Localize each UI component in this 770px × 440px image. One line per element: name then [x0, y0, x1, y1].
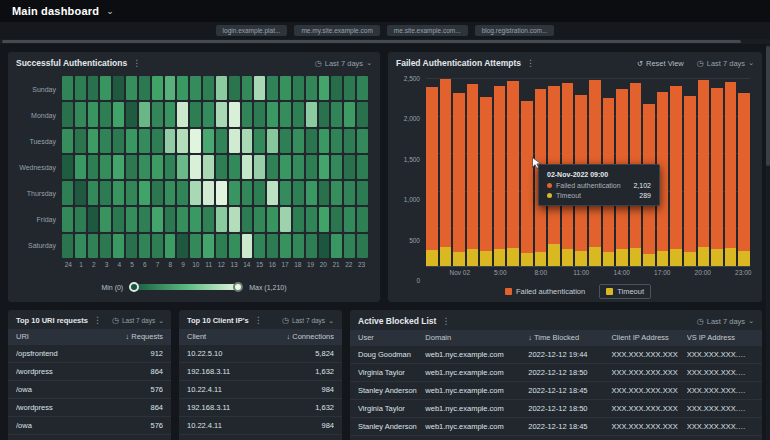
heatmap-cell[interactable]: [293, 129, 304, 153]
heatmap-cell[interactable]: [126, 234, 137, 258]
heatmap-cell[interactable]: [267, 129, 278, 153]
heatmap-cell[interactable]: [152, 102, 163, 126]
heatmap-cell[interactable]: [331, 155, 342, 179]
filter-chip[interactable]: login.example.plat...: [216, 25, 288, 36]
heatmap-cell[interactable]: [280, 207, 291, 231]
heatmap-cell[interactable]: [152, 207, 163, 231]
heatmap-cell[interactable]: [203, 155, 214, 179]
heatmap-cell[interactable]: [319, 155, 330, 179]
heatmap-cell[interactable]: [216, 129, 227, 153]
heatmap-cell[interactable]: [357, 181, 368, 205]
heatmap-cell[interactable]: [306, 207, 317, 231]
heatmap-cell[interactable]: [139, 181, 150, 205]
heatmap-cell[interactable]: [152, 181, 163, 205]
table-row[interactable]: /owa576: [8, 417, 171, 435]
heatmap-cell[interactable]: [62, 234, 73, 258]
stacked-bar[interactable]: [494, 86, 506, 266]
heatmap-cell[interactable]: [254, 155, 265, 179]
heatmap-cell[interactable]: [331, 102, 342, 126]
heatmap-cell[interactable]: [177, 102, 188, 126]
heatmap-cell[interactable]: [100, 129, 111, 153]
heatmap-cell[interactable]: [113, 207, 124, 231]
heatmap-cell[interactable]: [100, 207, 111, 231]
column-header[interactable]: VS IP Address: [687, 333, 754, 342]
heatmap-cell[interactable]: [216, 102, 227, 126]
heatmap-cell[interactable]: [254, 181, 265, 205]
heatmap-cell[interactable]: [190, 207, 201, 231]
heatmap-cell[interactable]: [126, 102, 137, 126]
heatmap-cell[interactable]: [152, 234, 163, 258]
heatmap-cell[interactable]: [331, 181, 342, 205]
heatmap-cell[interactable]: [203, 129, 214, 153]
heatmap-cell[interactable]: [62, 181, 73, 205]
heatmap-cell[interactable]: [344, 129, 355, 153]
dashboard-chevron-down-icon[interactable]: ⌄: [106, 6, 114, 16]
heatmap-cell[interactable]: [216, 234, 227, 258]
heatmap-cell[interactable]: [344, 155, 355, 179]
stacked-bar[interactable]: [684, 96, 696, 266]
heatmap-cell[interactable]: [267, 207, 278, 231]
table-row[interactable]: 10.22.5.105,824: [179, 345, 342, 363]
table-row[interactable]: Virginia Taylorweb1.nyc.example.com2022-…: [350, 400, 762, 418]
column-header[interactable]: ↓Time Blocked: [528, 333, 611, 342]
column-header[interactable]: Client IP Address: [611, 333, 686, 342]
reset-view-button[interactable]: ↺ Reset View: [637, 59, 684, 68]
heatmap-cell[interactable]: [75, 155, 86, 179]
kebab-menu-icon[interactable]: ⋮: [254, 316, 263, 325]
table-row[interactable]: 10.22.4.11984: [179, 417, 342, 435]
heatmap-cell[interactable]: [75, 181, 86, 205]
table-row[interactable]: /wordpress864: [8, 399, 171, 417]
heatmap-cell[interactable]: [177, 76, 188, 100]
table-row[interactable]: /wordpress864: [8, 363, 171, 381]
heatmap-cell[interactable]: [280, 155, 291, 179]
heatmap-cell[interactable]: [216, 155, 227, 179]
heatmap-cell[interactable]: [357, 76, 368, 100]
table-row[interactable]: 10.22.4.11984: [179, 381, 342, 399]
heatmap-cell[interactable]: [216, 207, 227, 231]
table-row[interactable]: 192.168.3.111,632: [179, 363, 342, 381]
column-header[interactable]: Client: [187, 332, 268, 341]
column-header[interactable]: ↓Connections: [268, 332, 334, 341]
stacked-bar[interactable]: [711, 88, 723, 266]
legend-item[interactable]: Timeout: [599, 284, 651, 299]
time-range-selector[interactable]: ◷ Last 7 days ⌄: [112, 316, 164, 325]
heatmap-cell[interactable]: [62, 76, 73, 100]
table-row[interactable]: Stanley Andersonweb1.nyc.example.com2022…: [350, 382, 762, 400]
stacked-bar[interactable]: [480, 97, 492, 266]
heatmap-cell[interactable]: [88, 207, 99, 231]
heatmap-cell[interactable]: [293, 155, 304, 179]
heatmap-cell[interactable]: [190, 181, 201, 205]
heatmap-cell[interactable]: [62, 155, 73, 179]
heatmap-cell[interactable]: [344, 102, 355, 126]
heatmap-cell[interactable]: [203, 181, 214, 205]
kebab-menu-icon[interactable]: ⋮: [441, 317, 450, 326]
vertical-scrollbar[interactable]: [766, 44, 770, 440]
heatmap-cell[interactable]: [242, 155, 253, 179]
heatmap-cell[interactable]: [113, 155, 124, 179]
heatmap-cell[interactable]: [293, 234, 304, 258]
stacked-bar[interactable]: [670, 86, 682, 266]
heatmap-cell[interactable]: [139, 129, 150, 153]
table-row[interactable]: /owa576: [8, 381, 171, 399]
heatmap-cell[interactable]: [100, 234, 111, 258]
heatmap-cell[interactable]: [306, 234, 317, 258]
heatmap-cell[interactable]: [319, 129, 330, 153]
stacked-bar[interactable]: [426, 87, 438, 266]
table-row[interactable]: Doug Goodmanweb1.nyc.example.com2022-12-…: [350, 346, 762, 364]
heatmap-cell[interactable]: [139, 234, 150, 258]
heatmap-cell[interactable]: [293, 207, 304, 231]
heatmap-cell[interactable]: [139, 207, 150, 231]
horizontal-scrollbar[interactable]: [0, 39, 770, 44]
heatmap-cell[interactable]: [344, 181, 355, 205]
heatmap-cell[interactable]: [267, 181, 278, 205]
heatmap-cell[interactable]: [203, 207, 214, 231]
heatmap-cell[interactable]: [319, 76, 330, 100]
heatmap-cell[interactable]: [75, 207, 86, 231]
heatmap-cell[interactable]: [267, 76, 278, 100]
kebab-menu-icon[interactable]: ⋮: [93, 316, 102, 325]
heatmap-cell[interactable]: [139, 102, 150, 126]
heatmap-cell[interactable]: [203, 234, 214, 258]
heatmap-cell[interactable]: [152, 129, 163, 153]
time-range-selector[interactable]: ◷ Last 7 days ⌄: [315, 59, 372, 68]
heatmap-cell[interactable]: [100, 181, 111, 205]
